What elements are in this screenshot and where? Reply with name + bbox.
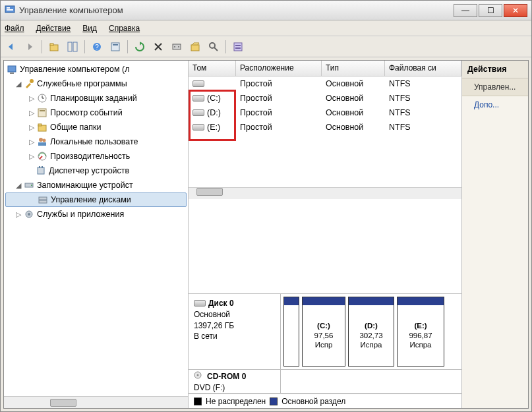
col-volume[interactable]: Том	[189, 61, 236, 76]
volume-row[interactable]: (C:) Простой Основной NTFS	[189, 91, 461, 105]
body-panel: Управление компьютером (л ◢ Служебные пр…	[3, 60, 529, 409]
expand-icon[interactable]: ▷	[28, 138, 36, 146]
volume-grid-header: Том Расположение Тип Файловая си	[189, 61, 461, 76]
actions-item-more[interactable]: Допо...	[462, 96, 528, 113]
close-button[interactable]: ✕	[504, 4, 527, 17]
maximize-button[interactable]: ☐	[479, 4, 502, 17]
disk-0-row[interactable]: Диск 0 Основной 1397,26 ГБ В сети (C:)97…	[189, 294, 461, 370]
svg-point-13	[178, 46, 179, 47]
svg-line-16	[214, 47, 218, 51]
grid-hscrollbar[interactable]	[189, 187, 461, 199]
svg-rect-40	[39, 200, 47, 203]
svg-rect-9	[111, 43, 119, 51]
tree-shared-folders-label: Общие папки	[50, 123, 102, 132]
col-filesystem[interactable]: Файловая си	[385, 61, 461, 76]
event-icon	[37, 107, 47, 118]
volume-row[interactable]: Простой Основной NTFS	[189, 76, 461, 91]
partition-d[interactable]: (D:)302,73Испра	[348, 297, 394, 367]
actions-pane: Действия Управлен... Допо...	[462, 61, 528, 408]
open-icon[interactable]	[187, 39, 203, 55]
tree-disk-management-label: Управление дисками	[51, 195, 131, 204]
legend-unallocated-icon	[194, 397, 202, 405]
expand-icon[interactable]: ▷	[28, 109, 36, 117]
tree-shared-folders[interactable]: ▷ Общие папки	[4, 120, 188, 134]
tree-performance-label: Производительность	[50, 152, 130, 161]
disk-0-info: Диск 0 Основной 1397,26 ГБ В сети	[189, 294, 281, 369]
back-button[interactable]	[3, 39, 19, 55]
performance-icon	[37, 151, 47, 162]
help-button[interactable]: ?	[89, 39, 105, 55]
tree-event-viewer[interactable]: ▷ Просмотр событий	[4, 105, 188, 120]
content-pane: Том Расположение Тип Файловая си Простой…	[189, 61, 462, 408]
tree: Управление компьютером (л ◢ Служебные пр…	[4, 61, 188, 396]
svg-point-15	[210, 43, 215, 48]
tree-system-tools-label: Служебные программы	[37, 79, 127, 88]
settings-icon[interactable]	[169, 39, 185, 55]
svg-rect-36	[42, 166, 43, 168]
partition-system[interactable]	[283, 297, 299, 367]
cdrom-icon	[194, 371, 204, 382]
expand-icon[interactable]: ▷	[28, 123, 36, 132]
tree-event-viewer-label: Просмотр событий	[50, 108, 123, 117]
action-icon[interactable]	[230, 39, 246, 55]
menubar: Файл Действие Вид Справка	[1, 20, 531, 36]
col-type[interactable]: Тип	[322, 61, 385, 76]
folder-icon	[37, 122, 47, 132]
volume-icon	[192, 124, 204, 131]
forward-button[interactable]	[22, 39, 38, 55]
show-tree-button[interactable]	[65, 39, 80, 55]
menu-action[interactable]: Действие	[36, 24, 71, 33]
expand-icon[interactable]: ▷	[28, 94, 36, 103]
properties-button[interactable]	[107, 39, 123, 55]
partition-c[interactable]: (C:)97,56Испр	[302, 297, 345, 367]
actions-item-management[interactable]: Управлен...	[462, 78, 528, 96]
col-layout[interactable]: Расположение	[236, 61, 322, 76]
svg-rect-34	[38, 167, 44, 174]
tools-icon	[24, 78, 34, 89]
up-button[interactable]	[46, 39, 62, 55]
tree-pane: Управление компьютером (л ◢ Служебные пр…	[4, 61, 189, 408]
tree-disk-management[interactable]: Управление дисками	[5, 192, 187, 207]
window-frame: Управление компьютером — ☐ ✕ Файл Действ…	[0, 0, 532, 412]
collapse-icon[interactable]: ◢	[15, 80, 22, 88]
legend-unallocated-label: Не распределен	[206, 397, 266, 406]
tree-root[interactable]: Управление компьютером (л	[4, 62, 188, 76]
collapse-icon[interactable]: ◢	[15, 181, 22, 190]
volume-row[interactable]: (E:) Простой Основной NTFS	[189, 120, 461, 134]
tree-services[interactable]: ▷ Службы и приложения	[4, 207, 188, 221]
tree-hscrollbar[interactable]	[4, 396, 188, 408]
refresh-button[interactable]	[132, 39, 148, 55]
expand-icon[interactable]: ▷	[15, 210, 22, 219]
svg-rect-27	[40, 110, 45, 111]
svg-rect-29	[38, 124, 42, 126]
svg-point-30	[39, 138, 43, 142]
svg-point-31	[43, 139, 46, 142]
tree-task-scheduler[interactable]: ▷ Планировщик заданий	[4, 91, 188, 105]
svg-rect-6	[73, 42, 77, 51]
tree-storage[interactable]: ◢ Запоминающие устройст	[4, 178, 188, 192]
partition-e[interactable]: (E:)996,87Испра	[397, 297, 444, 367]
titlebar[interactable]: Управление компьютером — ☐ ✕	[1, 1, 531, 20]
svg-rect-14	[191, 45, 199, 51]
legend-primary-icon	[270, 397, 278, 405]
expand-icon[interactable]: ▷	[28, 152, 36, 161]
tree-device-manager[interactable]: Диспетчер устройств	[4, 163, 188, 178]
svg-point-22	[30, 79, 34, 83]
disk-graphic-section: Диск 0 Основной 1397,26 ГБ В сети (C:)97…	[189, 293, 461, 408]
minimize-button[interactable]: —	[454, 4, 477, 17]
cdrom-info: CD-ROM 0 DVD (F:)	[189, 370, 281, 393]
menu-view[interactable]: Вид	[82, 24, 97, 33]
computer-icon	[7, 64, 17, 74]
tree-local-users[interactable]: ▷ Локальные пользовате	[4, 134, 188, 149]
cdrom-row[interactable]: CD-ROM 0 DVD (F:)	[189, 370, 461, 394]
find-icon[interactable]	[206, 39, 222, 55]
tree-performance[interactable]: ▷ Производительность	[4, 149, 188, 163]
svg-rect-26	[38, 109, 46, 117]
delete-button[interactable]	[150, 39, 166, 55]
menu-file[interactable]: Файл	[5, 24, 24, 33]
actions-header: Действия	[462, 61, 528, 78]
tree-system-tools[interactable]: ◢ Служебные программы	[4, 76, 188, 91]
volume-row[interactable]: (D:) Простой Основной NTFS	[189, 105, 461, 120]
disk-0-partitions: (C:)97,56Испр (D:)302,73Испра (E:)996,87…	[281, 294, 461, 369]
menu-help[interactable]: Справка	[109, 24, 140, 33]
